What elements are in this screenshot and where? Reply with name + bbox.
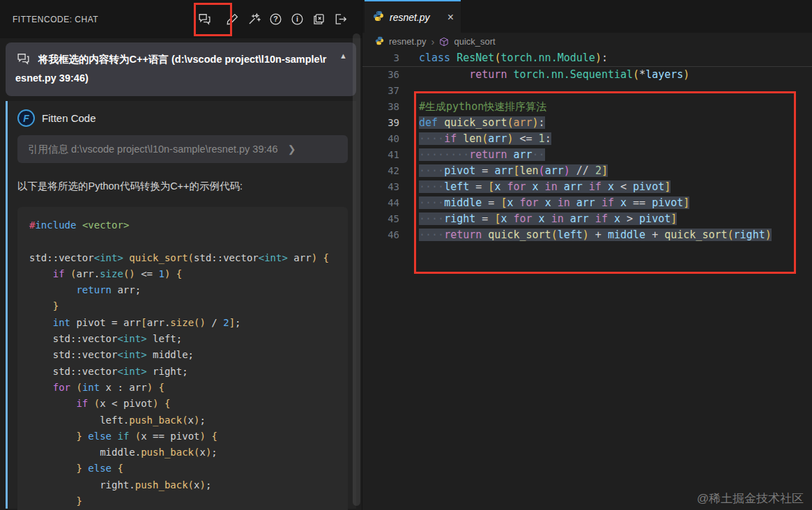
code-line: } — [29, 298, 341, 314]
code-line: for (int x : arr) { — [29, 380, 341, 396]
vscode-window: FITTENCODE: CHAT ? i — [0, 0, 812, 510]
code-line: std::vector<int> left; — [29, 331, 341, 347]
close-all-editors-icon[interactable] — [309, 10, 328, 29]
line-number: 36 — [362, 67, 399, 83]
assistant-response: F Fitten Code 引用信息 d:\vscode project\l10… — [6, 101, 356, 509]
editor-line-36[interactable]: 36 return torch.nn.Sequential(*layers) — [362, 67, 812, 83]
line-number: 46 — [362, 227, 399, 243]
svg-text:i: i — [296, 15, 298, 23]
editor-tab-strip: resnet.py × — [362, 0, 812, 33]
line-number: 39 — [362, 115, 399, 131]
editor-line-39[interactable]: 39def quick_sort(arr): — [362, 115, 812, 131]
breadcrumb-separator: › — [431, 36, 434, 47]
line-number: 3 — [362, 50, 399, 66]
line-number: 45 — [362, 211, 399, 227]
line-number: 44 — [362, 195, 399, 211]
svg-text:?: ? — [273, 15, 278, 23]
code-editor: resnet.py × resnet.py › quick_sort 3clas… — [362, 0, 812, 510]
info-icon[interactable]: i — [288, 10, 306, 29]
tab-label: resnet.py — [390, 12, 430, 23]
panel-header-actions: ? i — [195, 10, 356, 29]
python-file-icon — [373, 10, 384, 24]
line-number: 38 — [362, 99, 399, 115]
code-line: left.push_back(x); — [29, 412, 341, 428]
editor-line-42[interactable]: 42····pivot = arr[len(arr) // 2] — [362, 163, 812, 179]
editor-line-37[interactable]: 37 — [362, 83, 812, 99]
code-line: std::vector<int> quick_sort(std::vector<… — [29, 250, 341, 266]
editor-lines: 36 return torch.nn.Sequential(*layers)37… — [362, 67, 812, 243]
panel-scrollbar[interactable] — [353, 33, 360, 506]
editor-line-46[interactable]: 46····return quick_sort(left) + middle +… — [362, 227, 812, 243]
help-question-icon[interactable]: ? — [266, 10, 284, 29]
chevron-right-icon: ❯ — [288, 144, 296, 155]
editor-line-3[interactable]: 3class ResNet(torch.nn.Module): — [362, 50, 812, 66]
code-line: } else if (x == pivot) { — [29, 428, 341, 445]
code-line — [29, 233, 341, 249]
editor-line-40[interactable]: 40····if len(arr) <= 1: — [362, 131, 812, 147]
fittencode-chat-panel: FITTENCODE: CHAT ? i — [0, 0, 362, 510]
user-message-text: 将我框选的内容转为C++语言 (d:\vscode project\l10n-s… — [15, 50, 346, 88]
editor-line-43[interactable]: 43····left = [x for x in arr if x < pivo… — [362, 179, 812, 195]
line-number: 42 — [362, 163, 399, 179]
breadcrumb-file[interactable]: resnet.py — [389, 36, 426, 47]
panel-title: FITTENCODE: CHAT — [13, 15, 98, 24]
code-line: int pivot = arr[arr.size() / 2]; — [29, 315, 341, 331]
editor-line-45[interactable]: 45····right = [x for x in arr if x > piv… — [362, 211, 812, 227]
collapse-arrow[interactable]: ▲ — [339, 52, 347, 60]
magic-wand-icon[interactable] — [245, 10, 263, 29]
tab-close-icon[interactable]: × — [447, 12, 454, 23]
line-number: 37 — [362, 83, 399, 99]
code-line: } else { — [29, 461, 341, 477]
assistant-name: Fitten Code — [42, 112, 96, 124]
code-line: middle.push_back(x); — [29, 445, 341, 461]
edit-pencil-icon[interactable] — [223, 10, 241, 29]
code-line: } — [29, 493, 341, 509]
code-line: std::vector<int> right; — [29, 364, 341, 380]
watermark-text: @稀土掘金技术社区 — [697, 490, 804, 507]
cpp-code-block: #include <vector> std::vector<int> quick… — [17, 207, 348, 510]
symbol-method-icon — [439, 37, 449, 47]
tab-resnet-py[interactable]: resnet.py × — [365, 0, 461, 33]
code-line: right.push_back(x); — [29, 477, 341, 493]
comment-discussion-icon — [17, 52, 30, 68]
panel-header: FITTENCODE: CHAT ? i — [0, 0, 362, 38]
code-line: return arr; — [29, 282, 341, 298]
code-line: std::vector<int> middle; — [29, 347, 341, 363]
assistant-header: F Fitten Code — [17, 109, 356, 127]
reference-info-text: 引用信息 d:\vscode project\l10n-sample\resne… — [28, 143, 278, 156]
sticky-scroll-line: 3class ResNet(torch.nn.Module): — [362, 50, 812, 67]
code-line: #include <vector> — [29, 217, 341, 233]
assistant-intro-text: 以下是将所选的Python代码转换为C++的示例代码: — [17, 180, 356, 193]
line-number: 40 — [362, 131, 399, 147]
line-number: 41 — [362, 147, 399, 163]
code-line: if (x < pivot) { — [29, 396, 341, 412]
breadcrumb-symbol[interactable]: quick_sort — [454, 36, 495, 47]
user-message-card[interactable]: 将我框选的内容转为C++语言 (d:\vscode project\l10n-s… — [6, 42, 356, 96]
line-number: 43 — [362, 179, 399, 195]
editor-line-41[interactable]: 41········return arr·· — [362, 147, 812, 163]
editor-line-38[interactable]: 38#生成python快速排序算法 — [362, 99, 812, 115]
sign-out-icon[interactable] — [331, 10, 349, 29]
fitten-code-logo-icon: F — [17, 109, 35, 127]
python-file-icon — [375, 36, 384, 47]
reference-info-card[interactable]: 引用信息 d:\vscode project\l10n-sample\resne… — [17, 135, 348, 163]
comment-discussion-icon[interactable] — [195, 10, 213, 29]
code-line: if (arr.size() <= 1) { — [29, 266, 341, 282]
breadcrumb: resnet.py › quick_sort — [362, 33, 812, 50]
editor-line-44[interactable]: 44····middle = [x for x in arr if x == p… — [362, 195, 812, 211]
